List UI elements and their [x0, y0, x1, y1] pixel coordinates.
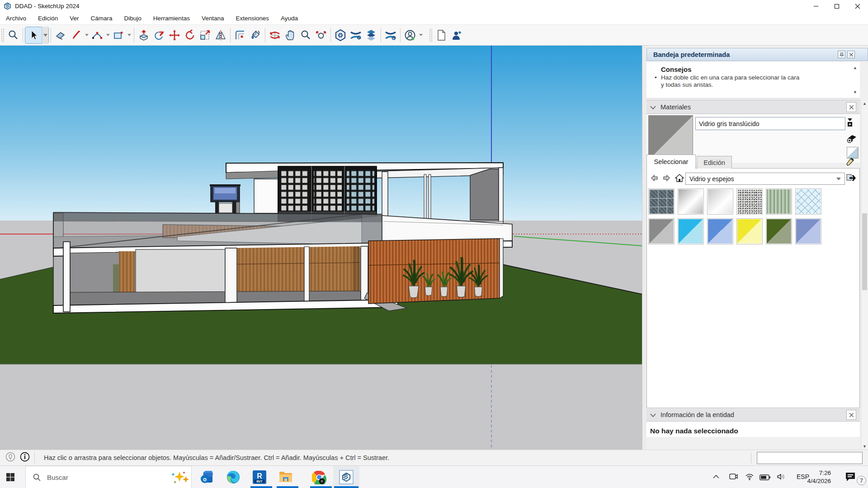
zoom-extents-tool-icon[interactable]: [313, 27, 329, 44]
pan-tool-icon[interactable]: [283, 27, 298, 44]
chrome-icon[interactable]: [312, 470, 326, 484]
volume-icon[interactable]: [777, 473, 786, 482]
materials-section-bar[interactable]: Materiales: [646, 100, 860, 114]
collapse-chevron-icon[interactable]: [650, 103, 656, 111]
tips-scroll-up[interactable]: ▲: [853, 66, 857, 70]
entity-info-close-icon[interactable]: [846, 410, 856, 420]
revit-icon[interactable]: RRVT: [252, 470, 267, 484]
battery-icon[interactable]: [760, 474, 770, 482]
menu-item-ayuda[interactable]: Ayuda: [275, 15, 304, 22]
tray-scrollbar[interactable]: ▲ ▼: [861, 100, 868, 450]
collapse-chevron-icon[interactable]: [650, 411, 656, 418]
styles-icon[interactable]: [363, 27, 379, 44]
menu-item-herramientas[interactable]: Herramientas: [147, 15, 196, 22]
clock[interactable]: 7:26 4/4/2026: [807, 469, 831, 485]
menu-item-ver[interactable]: Ver: [64, 15, 85, 22]
extension-manager-icon[interactable]: [383, 27, 398, 44]
shoji-lattice-screens[interactable]: [278, 166, 377, 221]
material-swatch-vidrio-azul[interactable]: [707, 218, 733, 244]
material-name-field[interactable]: Vidrio gris translúcido: [695, 117, 845, 130]
tips-scroll-down[interactable]: ▼: [853, 90, 857, 94]
home-icon[interactable]: [675, 174, 684, 183]
account-icon[interactable]: [402, 27, 418, 44]
toolbar-grip-2[interactable]: [429, 28, 433, 42]
pin-icon[interactable]: [838, 51, 845, 58]
material-swatch-vidrio-verde[interactable]: [766, 218, 792, 244]
materials-close-icon[interactable]: [846, 102, 856, 112]
outlook-icon[interactable]: o: [200, 470, 214, 484]
menu-item-edicion[interactable]: Edición: [32, 15, 64, 22]
material-swatch-vidrio-cian[interactable]: [678, 218, 704, 244]
edge-icon[interactable]: [226, 470, 241, 484]
close-button[interactable]: [847, 0, 868, 12]
tray-close-icon[interactable]: [847, 51, 855, 58]
material-swatch-vidrio-bloques[interactable]: [648, 188, 675, 215]
account-dropdown[interactable]: [418, 29, 424, 41]
3d-warehouse-icon[interactable]: [333, 27, 348, 44]
rotate-tool-icon[interactable]: [182, 27, 198, 44]
zoom-window-tool-icon[interactable]: [5, 27, 21, 44]
panel-splitter[interactable]: [642, 46, 646, 450]
new-document-icon[interactable]: [434, 27, 449, 44]
sketchup-taskbar-icon[interactable]: [339, 470, 354, 484]
start-button[interactable]: [6, 473, 14, 483]
back-arrow-icon[interactable]: [651, 174, 659, 183]
menu-item-archivo[interactable]: Archivo: [0, 15, 32, 22]
toolbar-grip[interactable]: [1, 28, 5, 42]
arc-dropdown[interactable]: [105, 29, 111, 41]
tab-seleccionar[interactable]: Seleccionar: [646, 155, 696, 169]
flip-tool-icon[interactable]: [213, 27, 228, 44]
display-secondary-selection-icon[interactable]: [847, 118, 853, 129]
wood-slat-wall[interactable]: [368, 239, 503, 304]
material-swatch-vidrio-acanalado[interactable]: [766, 188, 792, 215]
follow-me-tool-icon[interactable]: [151, 27, 167, 44]
zoom-tool-icon[interactable]: [298, 27, 313, 44]
forward-arrow-icon[interactable]: [662, 174, 670, 183]
material-swatch-espejo-gris[interactable]: [678, 188, 704, 215]
select-tool-dropdown[interactable]: [42, 27, 48, 44]
menu-item-dibujo[interactable]: Dibujo: [118, 15, 147, 22]
material-swatch-vidrio-gris-translucido[interactable]: [648, 218, 675, 244]
two-point-arc-tool-icon[interactable]: [90, 27, 105, 44]
maximize-button[interactable]: [826, 0, 847, 12]
menu-item-ventana[interactable]: Ventana: [196, 15, 230, 22]
info-icon[interactable]: [20, 452, 30, 464]
viewport-3d[interactable]: [0, 46, 642, 450]
create-material-icon[interactable]: [847, 133, 858, 145]
tab-edicion[interactable]: Edición: [697, 156, 732, 169]
entity-info-section-bar[interactable]: Información de la entidad: [646, 408, 860, 422]
orbit-tool-icon[interactable]: [267, 27, 283, 44]
rectangle-dropdown[interactable]: [126, 29, 132, 41]
eyedropper-icon[interactable]: [846, 157, 855, 168]
material-swatch-espejo-claro[interactable]: [707, 188, 733, 215]
material-preview[interactable]: [648, 115, 693, 160]
geolocation-icon[interactable]: [5, 452, 15, 464]
notifications-icon[interactable]: [844, 471, 856, 485]
material-swatch-vidrio-amarillo[interactable]: [736, 218, 763, 244]
pencil-tool-icon[interactable]: [68, 27, 84, 44]
material-swatch-vidrio-esmerilado[interactable]: [736, 188, 763, 215]
add-location-icon[interactable]: [449, 27, 464, 44]
pencil-dropdown[interactable]: [84, 29, 90, 41]
measurement-box[interactable]: [757, 452, 863, 464]
paint-bucket-tool-icon[interactable]: [248, 27, 263, 44]
wifi-icon[interactable]: [745, 473, 754, 482]
tray-header[interactable]: Bandeja predeterminada: [646, 48, 868, 61]
details-arrow-icon[interactable]: [846, 173, 856, 186]
material-swatch-vidrio-romboide[interactable]: [795, 188, 821, 215]
offset-tool-icon[interactable]: [232, 27, 248, 44]
taskbar-search[interactable]: Buscar: [25, 466, 192, 488]
meet-now-icon[interactable]: [729, 473, 738, 482]
material-swatch-vidrio-cielo[interactable]: [795, 218, 821, 244]
tray-chevron-icon[interactable]: [712, 473, 720, 482]
collection-dropdown[interactable]: Vidrio y espejos: [685, 173, 845, 185]
select-tool-icon[interactable]: [25, 27, 42, 44]
scale-tool-icon[interactable]: [198, 27, 213, 44]
minimize-button[interactable]: [806, 0, 826, 12]
menu-item-extensiones[interactable]: Extensiones: [230, 15, 275, 22]
extension-warehouse-icon[interactable]: [348, 27, 363, 44]
rectangle-tool-icon[interactable]: [111, 27, 126, 44]
eraser-tool-icon[interactable]: [53, 27, 68, 44]
select-tool-group[interactable]: [25, 27, 49, 44]
menu-item-camara[interactable]: Cámara: [85, 15, 118, 22]
